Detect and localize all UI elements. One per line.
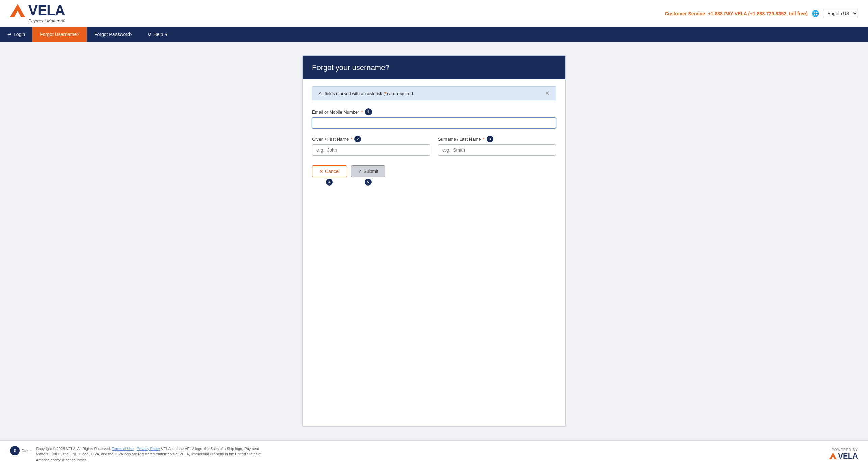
footer-logo: VELA: [829, 452, 858, 461]
asterisk-example: *: [385, 91, 387, 96]
logo-area: VELA Payment Matters®: [10, 3, 65, 23]
last-name-label: Surname / Last Name * 3: [438, 136, 556, 142]
button-row: ✕ Cancel 4 ✓ Submit 5: [312, 165, 556, 186]
form-title: Forgot your username?: [312, 63, 556, 72]
logo-text: VELA: [28, 3, 65, 18]
footer-right: POWERED BY VELA: [829, 448, 858, 461]
header-right: Customer Service: +1-888-PAY-VELA (+1-88…: [665, 9, 858, 18]
nav-forgot-username[interactable]: Forgot Username?: [32, 27, 87, 42]
first-name-input[interactable]: [312, 144, 430, 156]
main-content: Forgot your username? All fields marked …: [0, 42, 868, 440]
name-fields-row: Given / First Name * 2 Surname / Last Na…: [312, 136, 556, 163]
cancel-button[interactable]: ✕ Cancel: [312, 165, 347, 177]
first-name-field-group: Given / First Name * 2: [312, 136, 430, 156]
footer-copyright: Copyright © 2023 VELA, All Rights Reserv…: [36, 447, 111, 451]
nav-forgot-username-label: Forgot Username?: [40, 32, 79, 37]
email-field-group: Email or Mobile Number * 1: [312, 108, 556, 129]
customer-service-label: Customer Service:: [665, 11, 707, 16]
nav-bar: ↩ Login Forgot Username? Forgot Password…: [0, 27, 868, 42]
submit-icon: ✓: [358, 169, 362, 174]
submit-label: Submit: [364, 169, 379, 174]
footer-left: Copyright © 2023 VELA, All Rights Reserv…: [36, 446, 272, 463]
help-icon: ↺: [148, 32, 152, 37]
powered-by-label: POWERED BY: [832, 448, 858, 452]
customer-service-number: +1-888-PAY-VELA (+1-888-729-8352, toll f…: [708, 11, 808, 16]
logo-triangle-icon: [10, 4, 25, 17]
privacy-link[interactable]: Privacy Policy: [137, 447, 160, 451]
footer-logo-text: VELA: [838, 452, 858, 461]
last-name-input[interactable]: [438, 144, 556, 156]
step-badge-4: 4: [326, 179, 333, 186]
email-label: Email or Mobile Number * 1: [312, 108, 556, 115]
first-name-required-star: *: [351, 137, 352, 142]
step-badge-1: 1: [365, 108, 372, 115]
cancel-button-wrapper: ✕ Cancel 4: [312, 165, 347, 186]
nav-help-label: Help: [154, 32, 163, 37]
last-name-field-group: Surname / Last Name * 3: [438, 136, 556, 156]
cancel-label: Cancel: [325, 169, 340, 174]
submit-button-wrapper: ✓ Submit 5: [351, 165, 386, 186]
form-body: All fields marked with an asterisk (*) a…: [303, 79, 565, 196]
footer-logo-triangle-icon: [829, 453, 837, 459]
step-badge-3: 3: [487, 136, 493, 142]
email-input[interactable]: [312, 117, 556, 129]
email-required-star: *: [361, 109, 363, 115]
form-container: Forgot your username? All fields marked …: [302, 55, 566, 427]
first-name-label: Given / First Name * 2: [312, 136, 430, 142]
info-banner-text: All fields marked with an asterisk (*) a…: [318, 91, 414, 96]
email-label-text: Email or Mobile Number: [312, 109, 359, 115]
form-title-bar: Forgot your username?: [303, 56, 565, 79]
logo-subtitle: Payment Matters®: [28, 18, 65, 23]
submit-button[interactable]: ✓ Submit: [351, 165, 386, 177]
info-banner: All fields marked with an asterisk (*) a…: [312, 86, 556, 100]
datum-icon: D: [10, 446, 20, 455]
top-header: VELA Payment Matters® Customer Service: …: [0, 0, 868, 27]
nav-help[interactable]: ↺ Help ▾: [140, 27, 175, 42]
last-name-required-star: *: [483, 137, 484, 142]
language-selector[interactable]: English US Spanish French: [823, 9, 858, 18]
terms-link[interactable]: Terms of Use: [112, 447, 134, 451]
nav-forgot-password-label: Forgot Password?: [94, 32, 133, 37]
step-badge-5: 5: [365, 179, 372, 186]
customer-service: Customer Service: +1-888-PAY-VELA (+1-88…: [665, 11, 808, 16]
step-badge-2: 2: [354, 136, 361, 142]
datum-label: Datum: [22, 449, 32, 453]
cancel-icon: ✕: [319, 169, 323, 174]
nav-login[interactable]: ↩ Login: [0, 27, 32, 42]
help-dropdown-arrow: ▾: [165, 32, 168, 37]
footer: D Datum Copyright © 2023 VELA, All Right…: [0, 440, 868, 468]
globe-icon: 🌐: [812, 10, 819, 17]
close-banner-button[interactable]: ✕: [545, 91, 550, 96]
login-icon: ↩: [7, 32, 11, 37]
last-name-label-text: Surname / Last Name: [438, 137, 481, 142]
logo-main: VELA: [10, 3, 65, 18]
first-name-label-text: Given / First Name: [312, 137, 349, 142]
datum-badge: D Datum: [10, 446, 32, 455]
nav-login-label: Login: [14, 32, 25, 37]
nav-forgot-password[interactable]: Forgot Password?: [87, 27, 140, 42]
